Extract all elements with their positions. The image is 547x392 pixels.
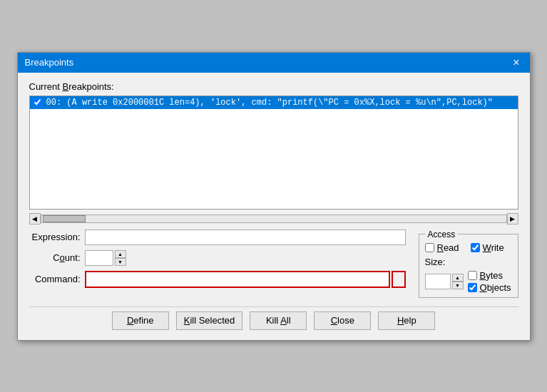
spin-down-button[interactable]: ▼ [115, 258, 126, 266]
scroll-thumb[interactable] [43, 215, 86, 222]
breakpoints-section-label: Current Breakpoints: [29, 81, 518, 92]
fields-area: Expression: lock Count: 1 ▲ ▼ [29, 229, 518, 298]
scroll-track[interactable] [41, 215, 507, 223]
dialog-title: Breakpoints [25, 57, 74, 68]
read-checkbox[interactable] [425, 243, 434, 252]
bytes-checkbox[interactable] [468, 271, 477, 280]
count-row: Count: 1 ▲ ▼ [29, 250, 406, 266]
write-label: Write [483, 242, 504, 253]
size-row: 1 ▲ ▼ Bytes Objects [425, 270, 512, 293]
count-spinner: ▲ ▼ [115, 250, 126, 266]
size-label: Size: [425, 257, 512, 267]
size-options: Bytes Objects [468, 270, 511, 293]
command-label: Command: [29, 274, 81, 284]
size-input-row: 1 ▲ ▼ [425, 274, 464, 289]
help-button[interactable]: Help [378, 311, 435, 330]
objects-option: Objects [468, 282, 511, 293]
bytes-option: Bytes [468, 270, 511, 281]
kill-selected-button[interactable]: Kill Selected [176, 311, 243, 330]
write-option: Write [471, 242, 504, 253]
breakpoints-dialog: Breakpoints × Current Breakpoints: 00: (… [17, 52, 531, 341]
count-row-inner: 1 ▲ ▼ [85, 250, 126, 266]
buttons-row: Define Kill Selected Kill All Close Help [29, 306, 518, 333]
scroll-right-button[interactable]: ▶ [507, 213, 518, 225]
access-read-write-row: Read Write [425, 242, 512, 253]
objects-checkbox[interactable] [468, 283, 477, 292]
size-spin-up-button[interactable]: ▲ [452, 274, 464, 282]
horizontal-scrollbar: ◀ ▶ [29, 212, 518, 225]
title-bar: Breakpoints × [18, 53, 530, 73]
expression-input[interactable]: lock [85, 229, 406, 245]
close-button[interactable]: Close [314, 311, 371, 330]
breakpoint-text: 00: (A write 0x2000001C len=4), 'lock', … [46, 98, 494, 108]
command-row: Command: printf("PC = 0x%X,lock = %u\n",… [29, 271, 406, 288]
spin-up-button[interactable]: ▲ [115, 250, 126, 258]
count-input[interactable]: 1 [85, 250, 113, 266]
read-option: Read [425, 242, 459, 253]
scroll-left-button[interactable]: ◀ [29, 213, 41, 225]
close-icon[interactable]: × [510, 57, 522, 68]
dialog-body: Current Breakpoints: 00: (A write 0x2000… [18, 73, 530, 340]
access-legend: Access [425, 229, 459, 239]
access-group: Access Read Write Size: 1 [419, 229, 518, 298]
breakpoints-list[interactable]: 00: (A write 0x2000001C len=4), 'lock', … [29, 96, 518, 210]
command-input[interactable]: printf("PC = 0x%X,lock = %u\n",PC,lock) [85, 271, 390, 288]
bytes-label: Bytes [480, 270, 503, 281]
size-input[interactable]: 1 [425, 274, 451, 289]
define-button[interactable]: Define [112, 311, 169, 330]
kill-all-button[interactable]: Kill All [250, 311, 307, 330]
objects-label: Objects [480, 282, 511, 293]
write-checkbox[interactable] [471, 243, 480, 252]
read-label: Read [437, 242, 459, 253]
size-spinner: ▲ ▼ [452, 274, 464, 289]
breakpoint-item[interactable]: 00: (A write 0x2000001C len=4), 'lock', … [30, 96, 518, 109]
size-spin-down-button[interactable]: ▼ [452, 282, 464, 289]
breakpoint-checkbox[interactable] [33, 98, 42, 107]
expression-label: Expression: [29, 232, 81, 242]
fields-left: Expression: lock Count: 1 ▲ ▼ [29, 229, 406, 298]
count-label: Count: [29, 252, 81, 263]
command-marker [392, 271, 406, 288]
expression-row: Expression: lock [29, 229, 406, 245]
